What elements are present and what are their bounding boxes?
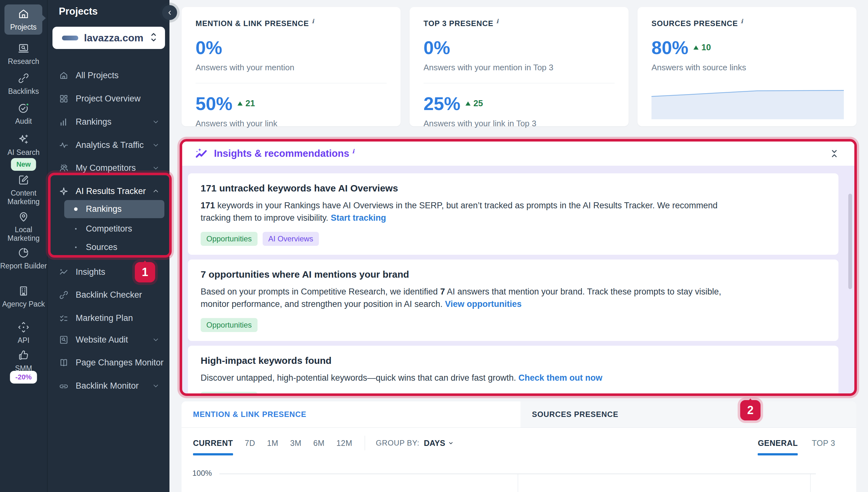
project-switch-stepper[interactable] [149, 32, 158, 44]
gridline-vertical [810, 474, 811, 492]
tag-ai-overviews[interactable]: AI Overviews [263, 232, 319, 246]
info-icon[interactable]: i [741, 18, 743, 24]
range-6m[interactable]: 6M [313, 439, 325, 448]
insight-card-brand-mentions: 7 opportunities where AI mentions your b… [188, 260, 838, 341]
range-3m[interactable]: 3M [290, 439, 301, 448]
sidebar-item-label: Marketing Plan [76, 313, 133, 323]
insights-scrollbar[interactable] [848, 194, 852, 289]
content-marketing-icon [18, 174, 30, 186]
rail-item-projects[interactable]: Projects [4, 4, 42, 35]
sidebar-item-all-projects[interactable]: All Projects [48, 66, 170, 84]
tag-opportunities[interactable]: Opportunities [201, 318, 258, 332]
map-pin-icon [18, 211, 30, 223]
app-root: Projects Research Backlinks Audit AI Sea… [0, 0, 868, 492]
chevron-down-icon [152, 164, 160, 172]
users-icon [59, 163, 69, 173]
sidebar-item-ai-results-tracker[interactable]: AI Results Tracker [48, 182, 170, 200]
view-top3[interactable]: TOP 3 [812, 439, 835, 448]
chevron-down-icon [152, 382, 160, 390]
rail-item-backlinks[interactable]: Backlinks [0, 72, 47, 96]
metric-value: 0% [424, 37, 615, 58]
chevron-down-icon [152, 336, 160, 343]
rail-item-label: Content Marketing [0, 189, 47, 206]
info-icon[interactable]: i [352, 148, 354, 154]
tab-mention-link-presence[interactable]: MENTION & LINK PRESENCE [182, 401, 520, 427]
rail-item-report-builder[interactable]: Report Builder [0, 247, 47, 270]
rail-item-label: Projects [10, 23, 36, 31]
rail-item-local-marketing[interactable]: Local Marketing [0, 211, 47, 243]
link-icon [18, 72, 30, 84]
view-general[interactable]: GENERAL [758, 439, 798, 448]
insight-title: High-impact keywords found [201, 355, 826, 366]
insight-tags: Opportunities [201, 318, 826, 332]
rail-item-content-marketing[interactable]: Content Marketing [0, 174, 47, 206]
rail-item-agency-pack[interactable]: Agency Pack [0, 285, 47, 309]
range-12m[interactable]: 12M [336, 439, 352, 448]
insights-header: Insights & recommendationsi [182, 142, 854, 166]
sidebar-item-my-competitors[interactable]: My Competitors [48, 159, 170, 177]
marketing-plan-icon [59, 313, 69, 323]
sparkles-icon [18, 133, 30, 145]
tag-opportunities[interactable]: Opportunities [201, 392, 258, 393]
sidebar-subitem-sources[interactable]: Sources [64, 238, 164, 256]
sidebar-item-label: Rankings [76, 117, 111, 127]
metric-value: 0% [196, 37, 387, 58]
audit-check-icon [18, 102, 30, 114]
insight-title: 171 untracked keywords have AI Overviews [201, 183, 826, 194]
rail-item-audit[interactable]: Audit [0, 102, 47, 126]
insights-collapse-button[interactable] [829, 148, 839, 159]
insight-card-untracked-keywords: 171 untracked keywords have AI Overviews… [188, 173, 838, 255]
rail-item-research[interactable]: Research [0, 42, 47, 66]
pie-chart-icon [18, 247, 30, 259]
sidebar-item-page-changes-monitor[interactable]: Page Changes Monitor [48, 353, 170, 372]
group-by-dropdown[interactable]: DAYS [424, 439, 454, 448]
new-badge[interactable]: New [11, 158, 36, 171]
info-icon[interactable]: i [312, 18, 314, 24]
up-down-chevrons-icon [149, 32, 158, 42]
insight-card-high-impact-keywords: High-impact keywords found Discover unta… [188, 346, 838, 393]
metric-cards-row: MENTION & LINK PRESENCEi 0% Answers with… [182, 7, 857, 126]
metric-value: 25% 25 [424, 93, 615, 114]
sidebar-item-marketing-plan[interactable]: Marketing Plan [48, 309, 170, 327]
discount-badge[interactable]: -20% [10, 371, 37, 384]
tab-sources-presence[interactable]: SOURCES PRESENCE [520, 401, 856, 427]
range-1m[interactable]: 1M [267, 439, 279, 448]
rail-item-label: API [18, 336, 29, 345]
sidebar-subitem-rankings[interactable]: Rankings [64, 200, 164, 218]
chart-plot-area: 100% [182, 458, 856, 492]
sources-presence-sparkline [652, 84, 844, 119]
rail-item-api[interactable]: API [0, 321, 47, 345]
sidebar-item-analytics-traffic[interactable]: Analytics & Traffic [48, 136, 170, 154]
rail-item-smm[interactable]: SMM [0, 349, 47, 373]
project-favicon [62, 35, 78, 41]
divider [424, 83, 615, 83]
sidebar-item-backlink-monitor[interactable]: Backlink Monitor [48, 376, 170, 395]
tag-opportunities[interactable]: Opportunities [201, 232, 258, 246]
collapse-vertical-icon [829, 148, 839, 159]
delta-up: 10 [693, 43, 711, 52]
start-tracking-link[interactable]: Start tracking [331, 213, 386, 223]
info-icon[interactable]: i [496, 18, 499, 24]
delta-up: 21 [237, 99, 255, 108]
chevron-down-icon [152, 118, 160, 126]
sidebar-item-rankings[interactable]: Rankings [48, 113, 170, 131]
sidebar-item-website-audit[interactable]: Website Audit [48, 330, 170, 349]
sidebar-item-project-overview[interactable]: Project Overview [48, 89, 170, 108]
sidebar-item-label: All Projects [76, 71, 119, 80]
sidebar-collapse-button[interactable] [162, 5, 177, 20]
metric-label: Answers with your mention in Top 3 [424, 63, 615, 73]
card-title: MENTION & LINK PRESENCEi [196, 18, 387, 28]
rail-item-ai-search[interactable]: AI Search [0, 133, 47, 157]
insights-title: Insights & recommendationsi [214, 148, 354, 159]
range-current[interactable]: CURRENT [193, 439, 233, 448]
rail-item-label: Audit [15, 117, 32, 126]
project-selector[interactable]: lavazza.com [52, 27, 165, 49]
check-them-out-link[interactable]: Check them out now [518, 373, 603, 383]
rail-item-label: Local Marketing [0, 225, 47, 243]
sidebar-subitem-competitors[interactable]: Competitors [64, 220, 164, 238]
bullet [75, 228, 77, 230]
view-opportunities-link[interactable]: View opportunities [445, 299, 521, 309]
sidebar-item-backlink-checker[interactable]: Backlink Checker [48, 286, 170, 304]
range-7d[interactable]: 7D [245, 439, 255, 448]
rail-item-label: Research [8, 57, 39, 66]
